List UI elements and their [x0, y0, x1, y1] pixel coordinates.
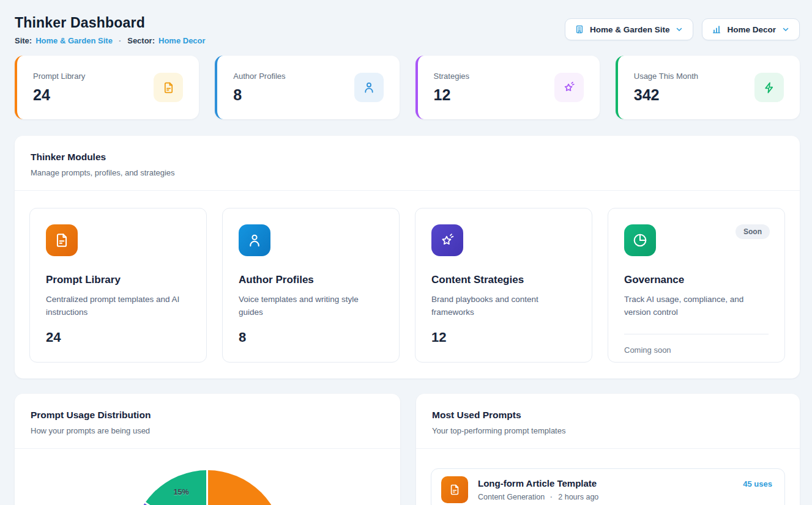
star-sparkle-icon	[431, 224, 463, 256]
usage-distribution-panel: Prompt Usage Distribution How your promp…	[15, 394, 400, 505]
stat-card-author-profiles: Author Profiles 8	[215, 56, 399, 119]
prompt-timestamp: 2 hours ago	[558, 493, 598, 501]
stat-card-prompt-library: Prompt Library 24	[15, 56, 199, 119]
donut-slice-divider	[206, 470, 208, 505]
module-count: 8	[239, 330, 383, 345]
thinker-modules-panel: Thinker Modules Manage prompts, profiles…	[15, 136, 800, 378]
separator-dot: ·	[116, 36, 124, 45]
prompt-uses-count: 45 uses	[743, 479, 772, 488]
breadcrumb: Site: Home & Garden Site · Sector: Home …	[15, 36, 206, 45]
site-selector-label: Home & Garden Site	[590, 25, 670, 34]
chevron-down-icon	[781, 25, 790, 34]
pie-chart-icon	[624, 224, 656, 256]
prompt-list-item[interactable]: Long-form Article Template Content Gener…	[431, 468, 785, 505]
modules-grid: Prompt Library Centralized prompt templa…	[15, 191, 800, 378]
module-description: Voice templates and writing style guides	[239, 293, 383, 319]
chevron-down-icon	[675, 25, 683, 34]
header: Thinker Dashboard Site: Home & Garden Si…	[15, 15, 800, 45]
module-count: 12	[431, 330, 576, 345]
bar-chart-icon	[712, 24, 721, 34]
module-card-author-profiles[interactable]: Author Profiles Voice templates and writ…	[222, 208, 400, 363]
modules-panel-header: Thinker Modules Manage prompts, profiles…	[15, 136, 800, 191]
lightning-icon	[754, 73, 784, 102]
most-used-prompts-panel: Most Used Prompts Your top-performing pr…	[416, 394, 800, 505]
module-card-content-strategies[interactable]: Content Strategies Brand playbooks and c…	[415, 208, 592, 363]
separator-dot: ·	[550, 493, 553, 501]
module-title: Author Profiles	[239, 274, 383, 286]
user-icon	[239, 224, 270, 256]
sector-selector-button[interactable]: Home Decor	[702, 18, 800, 40]
module-count: 24	[46, 330, 190, 345]
usage-panel-title: Prompt Usage Distribution	[31, 410, 384, 421]
donut-slice-label: 15%	[167, 488, 195, 496]
sector-link[interactable]: Home Decor	[158, 36, 206, 45]
document-icon	[154, 73, 183, 102]
usage-panel-subtitle: How your prompts are being used	[31, 426, 384, 435]
prompt-item-body: Long-form Article Template Content Gener…	[478, 478, 733, 501]
site-link[interactable]: Home & Garden Site	[35, 36, 113, 45]
stat-cards-row: Prompt Library 24 Author Profiles 8 Stra…	[15, 56, 800, 119]
prompt-category: Content Generation	[478, 493, 545, 501]
prompt-item-meta: Content Generation · 2 hours ago	[478, 493, 733, 501]
prompts-panel-subtitle: Your top-performing prompt templates	[432, 426, 784, 435]
dashboard-page: Thinker Dashboard Site: Home & Garden Si…	[0, 0, 812, 505]
building-icon	[575, 24, 584, 34]
soon-badge: Soon	[736, 224, 770, 239]
prompts-panel-title: Most Used Prompts	[432, 410, 784, 421]
bottom-row: Prompt Usage Distribution How your promp…	[15, 394, 800, 505]
module-title: Prompt Library	[46, 274, 190, 286]
user-icon	[354, 73, 384, 102]
prompt-list: Long-form Article Template Content Gener…	[416, 449, 800, 505]
star-sparkle-icon	[554, 73, 584, 102]
document-icon	[46, 224, 78, 256]
usage-panel-header: Prompt Usage Distribution How your promp…	[15, 394, 400, 449]
modules-panel-title: Thinker Modules	[31, 152, 784, 163]
document-icon	[441, 476, 468, 503]
modules-panel-subtitle: Manage prompts, profiles, and strategies	[31, 168, 784, 177]
module-description: Brand playbooks and content frameworks	[431, 293, 576, 319]
module-description: Track AI usage, compliance, and version …	[624, 293, 769, 319]
module-card-prompt-library[interactable]: Prompt Library Centralized prompt templa…	[29, 208, 207, 363]
header-left: Thinker Dashboard Site: Home & Garden Si…	[15, 15, 206, 45]
site-label: Site:	[15, 36, 32, 45]
module-title: Governance	[624, 274, 769, 286]
prompt-item-title: Long-form Article Template	[478, 478, 733, 488]
module-card-governance: Soon Governance Track AI usage, complian…	[608, 208, 785, 363]
sector-label: Sector:	[127, 36, 155, 45]
module-description: Centralized prompt templates and AI inst…	[46, 293, 190, 319]
coming-soon-text: Coming soon	[624, 345, 769, 355]
page-title: Thinker Dashboard	[15, 15, 206, 31]
sector-selector-label: Home Decor	[727, 25, 776, 34]
divider	[624, 334, 769, 334]
site-selector-button[interactable]: Home & Garden Site	[565, 18, 694, 40]
stat-card-usage: Usage This Month 342	[616, 56, 800, 119]
header-selectors: Home & Garden Site Home Decor	[565, 18, 800, 40]
prompts-panel-header: Most Used Prompts Your top-performing pr…	[416, 394, 800, 449]
stat-card-strategies: Strategies 12	[415, 56, 600, 119]
module-title: Content Strategies	[431, 274, 576, 286]
